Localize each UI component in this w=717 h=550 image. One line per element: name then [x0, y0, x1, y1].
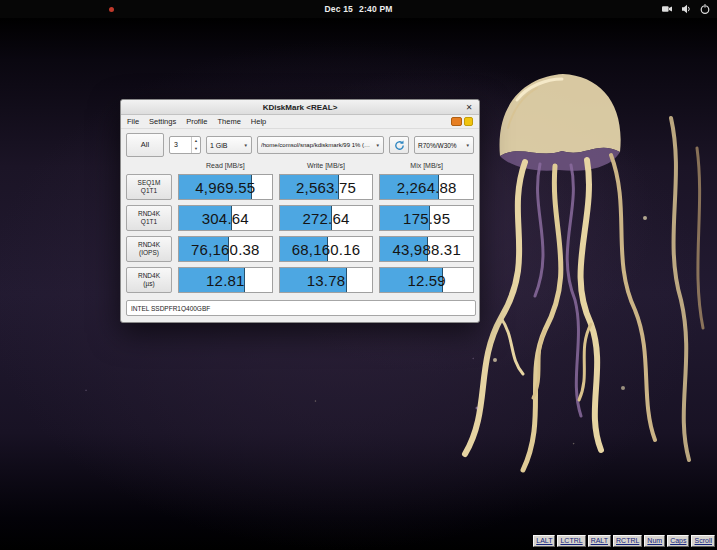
result-bar-read: 4,969.55 [178, 174, 273, 200]
chevron-down-icon: ▼ [466, 143, 470, 148]
menu-profile[interactable]: Profile [186, 117, 207, 126]
device-name-field[interactable] [126, 300, 476, 316]
menu-bar: File Settings Profile Theme Help [121, 115, 479, 129]
result-value: 175.95 [380, 206, 473, 230]
benchmark-row-seq1m-q1t1: SEQ1M Q1T1 4,969.55 2,563.75 2,264.88 [121, 174, 479, 200]
chevron-down-icon: ▼ [244, 143, 248, 148]
menu-theme[interactable]: Theme [217, 117, 240, 126]
benchmark-row-rnd4k-latency: RND4K (µs) 12.81 13.78 12.59 [121, 267, 479, 293]
key-indicator-scroll[interactable]: Scroll [691, 535, 715, 547]
system-tray[interactable] [661, 0, 711, 18]
menubar-status-icons [451, 117, 473, 126]
loop-count-value: 3 [170, 137, 191, 153]
result-bar-mix: 12.59 [379, 267, 474, 293]
result-value: 2,264.88 [380, 175, 473, 199]
result-bar-mix: 175.95 [379, 205, 474, 231]
result-value: 12.81 [179, 268, 272, 292]
key-indicator-caps[interactable]: Caps [667, 535, 689, 547]
test-size-select[interactable]: 1 GiB ▼ [206, 136, 252, 154]
run-all-button[interactable]: All [126, 133, 164, 157]
update-badge-icon[interactable] [451, 117, 462, 126]
camera-icon[interactable] [661, 3, 673, 15]
result-bar-mix: 2,264.88 [379, 174, 474, 200]
result-bar-read: 304.64 [178, 205, 273, 231]
key-indicator-lalt[interactable]: LALT [533, 535, 555, 547]
refresh-button[interactable] [389, 136, 409, 154]
status-badge-icon[interactable] [464, 117, 473, 126]
result-value: 2,563.75 [280, 175, 373, 199]
result-bar-write: 13.78 [279, 267, 374, 293]
key-indicator-lctrl[interactable]: LCTRL [557, 535, 585, 547]
power-icon[interactable] [699, 3, 711, 15]
result-bar-read: 12.81 [178, 267, 273, 293]
target-drive-value: /home/comsol/snap/kdiskmark/99 1% (7.25/… [261, 142, 373, 148]
volume-icon[interactable] [680, 3, 692, 15]
result-value: 76,160.38 [179, 237, 272, 261]
result-bar-read: 76,160.38 [178, 236, 273, 262]
test-button-rnd4k-iops[interactable]: RND4K (IOPS) [126, 236, 172, 262]
recording-indicator-icon [109, 7, 114, 12]
result-value: 43,988.31 [380, 237, 473, 261]
column-header-write: Write [MB/s] [279, 162, 374, 169]
test-button-rnd4k-q1t1[interactable]: RND4K Q1T1 [126, 205, 172, 231]
benchmark-row-rnd4k-q1t1: RND4K Q1T1 304.64 272.64 175.95 [121, 205, 479, 231]
clock-time: 2:40 PM [359, 4, 393, 14]
close-button[interactable]: ✕ [463, 102, 475, 113]
result-value: 12.59 [380, 268, 473, 292]
target-drive-select[interactable]: /home/comsol/snap/kdiskmark/99 1% (7.25/… [257, 136, 384, 154]
spinner-arrows[interactable]: ▲▼ [191, 137, 200, 153]
chevron-down-icon: ▼ [376, 143, 380, 148]
key-indicator-rctrl[interactable]: RCTRL [613, 535, 642, 547]
result-value: 4,969.55 [179, 175, 272, 199]
result-value: 13.78 [280, 268, 373, 292]
result-bar-write: 2,563.75 [279, 174, 374, 200]
benchmark-row-rnd4k-iops: RND4K (IOPS) 76,160.38 68,160.16 43,988.… [121, 236, 479, 262]
clock-date: Dec 15 [324, 4, 353, 14]
result-bar-write: 272.64 [279, 205, 374, 231]
menu-file[interactable]: File [127, 117, 139, 126]
column-headers: Read [MB/s] Write [MB/s] Mix [MB/s] [121, 162, 479, 169]
menu-settings[interactable]: Settings [149, 117, 176, 126]
refresh-icon [394, 140, 405, 151]
mix-ratio-value: R70%/W30% [418, 142, 457, 149]
mix-ratio-select[interactable]: R70%/W30% ▼ [414, 136, 474, 154]
test-size-value: 1 GiB [210, 142, 228, 149]
test-button-seq1m-q1t1[interactable]: SEQ1M Q1T1 [126, 174, 172, 200]
result-value: 68,160.16 [280, 237, 373, 261]
toolbar: All 3 ▲▼ 1 GiB ▼ /home/comsol/snap/kdisk… [121, 129, 479, 159]
result-value: 304.64 [179, 206, 272, 230]
spinner-up-icon[interactable]: ▲ [192, 137, 200, 145]
result-bar-mix: 43,988.31 [379, 236, 474, 262]
result-value: 272.64 [280, 206, 373, 230]
column-header-read: Read [MB/s] [178, 162, 273, 169]
spinner-down-icon[interactable]: ▼ [192, 145, 200, 153]
key-indicator-num[interactable]: Num [644, 535, 665, 547]
window-title: KDiskMark <REAL> [263, 103, 338, 112]
menu-help[interactable]: Help [251, 117, 266, 126]
loop-count-spinner[interactable]: 3 ▲▼ [169, 136, 201, 154]
kdiskmark-window: KDiskMark <REAL> ✕ File Settings Profile… [120, 99, 480, 323]
top-panel: Dec 15 2:40 PM [0, 0, 717, 18]
window-titlebar[interactable]: KDiskMark <REAL> ✕ [121, 100, 479, 115]
test-button-rnd4k-latency[interactable]: RND4K (µs) [126, 267, 172, 293]
column-header-mix: Mix [MB/s] [379, 162, 474, 169]
key-indicator-ralt[interactable]: RALT [588, 535, 611, 547]
clock[interactable]: Dec 15 2:40 PM [324, 4, 392, 14]
result-bar-write: 68,160.16 [279, 236, 374, 262]
keyboard-indicators: LALT LCTRL RALT RCTRL Num Caps Scroll [533, 535, 715, 547]
